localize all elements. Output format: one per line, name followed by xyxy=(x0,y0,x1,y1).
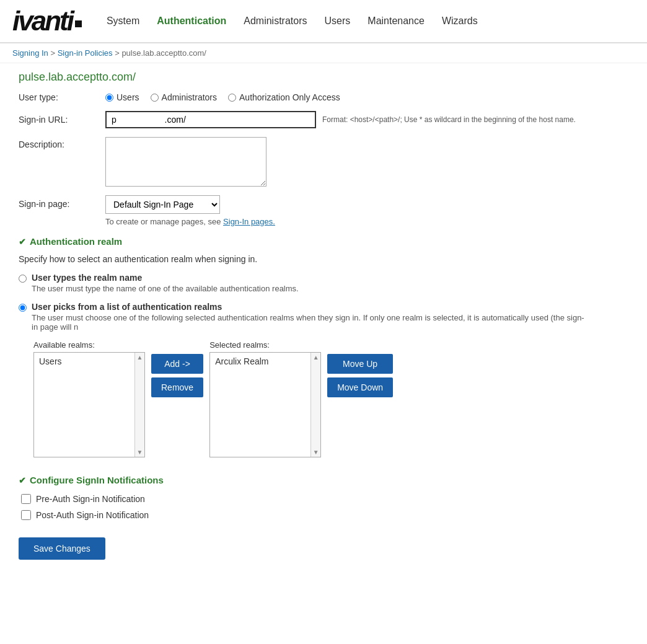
list-item[interactable]: Arculix Realm xyxy=(210,353,320,370)
header: ivanti System Authentication Administrat… xyxy=(0,0,647,43)
post-auth-label[interactable]: Post-Auth Sign-in Notification xyxy=(36,510,149,520)
chevron-down-icon: ✔ xyxy=(19,475,26,485)
logo: ivanti xyxy=(12,7,82,35)
nav-system[interactable]: System xyxy=(107,15,139,27)
nav-wizards[interactable]: Wizards xyxy=(442,15,478,27)
pre-auth-checkbox[interactable] xyxy=(21,494,31,504)
chevron-down-icon: ✔ xyxy=(19,237,26,247)
selected-realms-group: Selected realms: Arculix Realm ▲ ▼ xyxy=(209,340,321,457)
realm-move-buttons: Move Up Move Down xyxy=(327,340,393,397)
auth-realm-description: Specify how to select an authentication … xyxy=(19,254,628,264)
post-auth-checkbox[interactable] xyxy=(21,510,31,520)
available-realms-group: Available realms: Users ▲ ▼ xyxy=(33,340,145,457)
breadcrumb: Signing In > Sign-in Policies > pulse.la… xyxy=(0,43,647,63)
breadcrumb-current: pulse.lab.acceptto.com/ xyxy=(121,48,206,58)
main-content: User type: Users Administrators Authoriz… xyxy=(0,89,647,588)
move-up-button[interactable]: Move Up xyxy=(327,354,393,374)
breadcrumb-signing-in[interactable]: Signing In xyxy=(12,48,48,58)
signin-pages-hint-text: To create or manage pages, see xyxy=(105,217,221,226)
auth-realm-title: Authentication realm xyxy=(30,236,122,247)
pre-auth-row: Pre-Auth Sign-in Notification xyxy=(21,494,628,504)
logo-text: ivanti xyxy=(12,7,73,35)
available-realms-label: Available realms: xyxy=(33,340,145,350)
remove-realm-button[interactable]: Remove xyxy=(151,377,203,397)
nav-users[interactable]: Users xyxy=(325,15,351,27)
signin-page-select[interactable]: Default Sign-In Page xyxy=(105,195,220,214)
auth-realm-section: ✔ Authentication realm Specify how to se… xyxy=(19,236,628,457)
move-down-button[interactable]: Move Down xyxy=(327,377,393,397)
description-label: Description: xyxy=(19,137,105,149)
auth-realm-type-radio[interactable] xyxy=(19,275,27,283)
user-type-auth-only-text: Authorization Only Access xyxy=(239,92,340,102)
description-row: Description: xyxy=(19,137,628,187)
user-type-auth-only-radio[interactable] xyxy=(228,94,236,102)
signin-url-label: Sign-in URL: xyxy=(19,115,105,125)
signin-url-input-area: Format: <host>/<path>/; Use * as wildcar… xyxy=(105,111,576,128)
user-type-users-radio[interactable] xyxy=(105,94,113,102)
auth-realm-option-pick: User picks from a list of authentication… xyxy=(19,302,628,332)
selected-realms-label: Selected realms: xyxy=(209,340,321,350)
user-type-label: User type: xyxy=(19,92,105,102)
user-type-admins-radio[interactable] xyxy=(151,94,159,102)
breadcrumb-sep2: > xyxy=(115,48,121,58)
realms-container: Available realms: Users ▲ ▼ Add -> Remov… xyxy=(33,340,628,457)
logo-square-icon xyxy=(75,20,82,27)
signin-page-row: Sign-in page: Default Sign-In Page To cr… xyxy=(19,195,628,226)
user-type-row: User type: Users Administrators Authoriz… xyxy=(19,92,628,102)
notifications-header[interactable]: ✔ Configure SignIn Notifications xyxy=(19,475,628,485)
auth-realm-pick-radio[interactable] xyxy=(19,304,27,312)
user-type-users-label[interactable]: Users xyxy=(105,92,139,102)
user-type-options: Users Administrators Authorization Only … xyxy=(105,92,340,102)
auth-realm-pick-label: User picks from a list of authentication… xyxy=(32,302,589,312)
save-area: Save Changes xyxy=(19,537,628,584)
add-realm-button[interactable]: Add -> xyxy=(151,354,203,374)
auth-realm-pick-content: User picks from a list of authentication… xyxy=(32,302,589,332)
user-type-auth-only-label[interactable]: Authorization Only Access xyxy=(228,92,340,102)
signin-page-control: Default Sign-In Page To create or manage… xyxy=(105,195,275,226)
notifications-title: Configure SignIn Notifications xyxy=(30,475,164,485)
post-auth-row: Post-Auth Sign-in Notification xyxy=(21,510,628,520)
list-item[interactable]: Users xyxy=(34,353,144,370)
breadcrumb-signin-policies[interactable]: Sign-in Policies xyxy=(58,48,113,58)
realm-action-buttons: Add -> Remove xyxy=(151,340,203,397)
auth-realm-type-label: User types the realm name xyxy=(32,273,299,283)
page-title: pulse.lab.acceptto.com/ xyxy=(0,63,647,89)
auth-realm-type-content: User types the realm name The user must … xyxy=(32,273,299,293)
auth-realm-type-desc: The user must type the name of one of th… xyxy=(32,284,299,293)
pre-auth-label[interactable]: Pre-Auth Sign-in Notification xyxy=(36,494,145,504)
selected-realms-listbox[interactable]: Arculix Realm ▲ ▼ xyxy=(209,352,321,457)
user-type-admins-text: Administrators xyxy=(162,92,217,102)
user-type-admins-label[interactable]: Administrators xyxy=(151,92,217,102)
breadcrumb-sep1: > xyxy=(50,48,57,58)
main-nav: System Authentication Administrators Use… xyxy=(107,15,478,27)
description-textarea[interactable] xyxy=(105,137,266,187)
user-type-users-text: Users xyxy=(117,92,139,102)
save-changes-button[interactable]: Save Changes xyxy=(19,537,105,560)
signin-url-input[interactable] xyxy=(105,111,316,128)
nav-administrators[interactable]: Administrators xyxy=(244,15,307,27)
available-realms-listbox[interactable]: Users ▲ ▼ xyxy=(33,352,145,457)
signin-pages-hint: To create or manage pages, see Sign-In p… xyxy=(105,217,275,226)
auth-realm-option-type: User types the realm name The user must … xyxy=(19,273,628,293)
auth-realm-header[interactable]: ✔ Authentication realm xyxy=(19,236,628,247)
nav-maintenance[interactable]: Maintenance xyxy=(368,15,425,27)
signin-url-hint: Format: <host>/<path>/; Use * as wildcar… xyxy=(322,115,576,124)
signin-pages-link[interactable]: Sign-In pages. xyxy=(223,217,275,226)
signin-page-label: Sign-in page: xyxy=(19,195,105,209)
signin-url-row: Sign-in URL: Format: <host>/<path>/; Use… xyxy=(19,111,628,128)
auth-realm-pick-desc: The user must choose one of the followin… xyxy=(32,313,589,332)
notifications-section: ✔ Configure SignIn Notifications Pre-Aut… xyxy=(19,475,628,520)
nav-authentication[interactable]: Authentication xyxy=(157,15,226,27)
